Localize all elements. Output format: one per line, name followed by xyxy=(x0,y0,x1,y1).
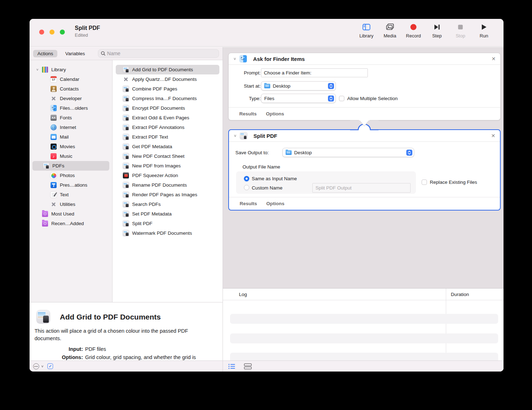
action-list-item[interactable]: Render PDF Pages as Images xyxy=(116,190,219,199)
close-block-icon[interactable]: ✕ xyxy=(491,56,496,62)
sidebar-item[interactable]: ∨ Movies xyxy=(30,142,112,151)
results-link[interactable]: Results xyxy=(240,201,257,206)
sidebar-item[interactable]: ∨ Recen…Added xyxy=(30,219,112,228)
log-header-row: Log Duration xyxy=(223,289,504,300)
library-button[interactable]: Library xyxy=(355,23,378,38)
step-icon xyxy=(433,23,441,31)
prompt-field[interactable]: Choose a Finder Item: xyxy=(261,68,368,77)
type-popup[interactable]: Files xyxy=(261,94,336,103)
action-list-item[interactable]: Combine PDF Pages xyxy=(116,84,219,94)
tab-variables[interactable]: Variables xyxy=(61,50,89,57)
close-window-button[interactable] xyxy=(39,30,44,35)
log-row-stripe xyxy=(230,314,498,324)
sidebar-item[interactable]: ∨ Developer xyxy=(30,94,112,103)
chevron-down-icon[interactable]: ∨ xyxy=(41,364,44,368)
stop-button: Stop xyxy=(449,23,472,38)
sidebar-item[interactable]: ∨ Pres…ations xyxy=(30,180,112,190)
tab-actions[interactable]: Actions xyxy=(33,50,57,57)
action-list-item[interactable]: Extract PDF Text xyxy=(116,132,219,142)
action-list-item[interactable]: New PDF from Images xyxy=(116,161,219,171)
internet-icon xyxy=(51,124,57,130)
action-list-item[interactable]: Compress Ima…F Documents xyxy=(116,94,219,103)
search-icon xyxy=(101,51,105,56)
record-button[interactable]: Record xyxy=(402,23,425,38)
window-controls xyxy=(39,30,65,35)
log-list-view-icon[interactable] xyxy=(228,363,235,369)
start-at-popup[interactable]: Desktop xyxy=(261,81,336,90)
stop-icon xyxy=(456,23,465,31)
action-list-item[interactable]: New PDF Contact Sheet xyxy=(116,151,219,161)
action-list-item[interactable]: Search PDFs xyxy=(116,199,219,209)
sidebar-item[interactable]: ∨ Calendar xyxy=(30,74,112,84)
search-input[interactable] xyxy=(107,51,216,56)
popup-stepper-icon xyxy=(406,150,412,156)
log-stack-view-icon[interactable] xyxy=(244,363,252,369)
sidebar-item[interactable]: ∨ PDFs xyxy=(32,161,109,171)
save-output-popup[interactable]: Desktop xyxy=(282,148,414,157)
text-icon xyxy=(51,192,57,198)
sidebar-item[interactable]: ∨ Photos xyxy=(30,171,112,180)
mail-icon xyxy=(51,134,57,140)
collapse-chevron-icon[interactable]: ∨ xyxy=(234,134,237,137)
finder-icon xyxy=(51,105,57,111)
sidebar-item[interactable]: ∨ Music xyxy=(30,151,112,161)
sidebar-item[interactable]: ∨ Library xyxy=(30,65,112,74)
run-button[interactable]: Run xyxy=(472,23,496,38)
pdf-icon xyxy=(123,163,129,169)
action-block-split-pdf[interactable]: ∨ Split PDF ✕ Save Output to: Desktop Ou… xyxy=(228,129,501,211)
action-list-item[interactable]: Extract PDF Annotations xyxy=(116,123,219,132)
custom-name-label: Custom Name xyxy=(252,185,282,191)
action-list-item[interactable]: Apply Quartz…DF Documents xyxy=(116,74,219,84)
pane-divider[interactable] xyxy=(223,47,223,372)
action-list-item[interactable]: Extract Odd & Even Pages xyxy=(116,113,219,123)
contacts-icon xyxy=(51,86,57,92)
action-list-item[interactable]: Encrypt PDF Documents xyxy=(116,103,219,113)
action-list-item[interactable]: Split PDF xyxy=(116,219,219,228)
action-list-item[interactable]: PDF Squeezer Action xyxy=(116,171,219,180)
developer-icon xyxy=(123,76,129,82)
keynote-icon xyxy=(51,182,57,188)
action-description-panel: Add Grid to PDF Documents This action wi… xyxy=(30,302,223,360)
minimize-window-button[interactable] xyxy=(49,30,54,35)
status-footer: ••• ∨ ✓ xyxy=(30,360,504,372)
close-block-icon[interactable]: ✕ xyxy=(491,133,495,139)
action-block-ask-for-finder-items[interactable]: ∨ Ask for Finder Items ✕ Prompt: Choose … xyxy=(228,53,501,120)
sidebar-item[interactable]: ∨ Internet xyxy=(30,123,112,132)
results-link[interactable]: Results xyxy=(239,111,257,116)
input-value: PDF files xyxy=(85,346,106,352)
custom-name-radio[interactable] xyxy=(244,185,249,190)
more-actions-icon[interactable]: ••• xyxy=(33,363,39,369)
sidebar-item[interactable]: ∨ Contacts xyxy=(30,84,112,94)
checkbox-filter-icon[interactable]: ✓ xyxy=(47,363,53,369)
pdf-icon xyxy=(123,86,129,92)
disclosure-chevron-icon[interactable]: ∨ xyxy=(35,68,40,71)
sidebar-item[interactable]: ∨ Fonts xyxy=(30,113,112,123)
sidebar-item[interactable]: ∨ Mail xyxy=(30,132,112,142)
description-body: This action will place a grid of a chose… xyxy=(35,327,205,342)
media-button[interactable]: Media xyxy=(378,23,402,38)
action-list-item[interactable]: Get PDF Metadata xyxy=(116,142,219,151)
sidebar-item[interactable]: ∨ Most Used xyxy=(30,209,112,219)
sidebar-item[interactable]: ∨ Text xyxy=(30,190,112,199)
options-link[interactable]: Options xyxy=(266,111,284,116)
folder-icon xyxy=(264,84,270,88)
step-button[interactable]: Step xyxy=(425,23,449,38)
sidebar-item[interactable]: ∨ Files…olders xyxy=(30,103,112,113)
sidebar-item[interactable]: ∨ Utilities xyxy=(30,199,112,209)
same-as-input-label: Same as Input Name xyxy=(252,176,297,181)
search-field[interactable] xyxy=(98,49,219,58)
action-list-item[interactable]: Set PDF Metadata xyxy=(116,209,219,219)
collapse-chevron-icon[interactable]: ∨ xyxy=(233,57,236,61)
allow-multiple-checkbox[interactable] xyxy=(339,96,344,101)
action-list-item[interactable]: Add Grid to PDF Documents xyxy=(116,65,219,74)
same-as-input-radio[interactable] xyxy=(244,176,249,181)
action-list-item[interactable]: Watermark PDF Documents xyxy=(116,228,219,238)
zoom-window-button[interactable] xyxy=(60,30,65,35)
record-icon xyxy=(409,23,418,31)
run-icon xyxy=(480,23,488,31)
options-link[interactable]: Options xyxy=(266,201,285,206)
action-list-item[interactable]: Rename PDF Documents xyxy=(116,180,219,190)
pdf-icon xyxy=(123,211,129,217)
block-footer: Results Options xyxy=(229,107,500,120)
custom-name-field[interactable]: Split PDF Output xyxy=(312,183,411,193)
